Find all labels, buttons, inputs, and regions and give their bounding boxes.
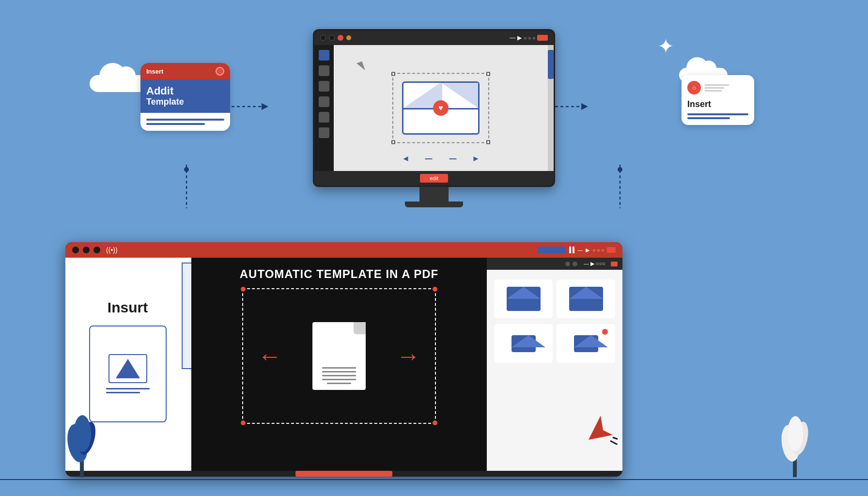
bottom-titlebar: ((•)) — ▶ ○ ○ ○ [65,242,622,258]
card-line-2 [146,123,205,125]
card-subtitle: Template [146,97,224,107]
bottom-window: ((•)) — ▶ ○ ○ ○ Insurt [65,242,622,477]
monitor-body: ♥ [314,45,554,171]
center-dot-bl [241,420,246,425]
svg-marker-8 [589,416,613,440]
right-panel-body [494,279,615,363]
handle-br [486,140,490,144]
right-red-btn [611,262,618,266]
envelope-1 [507,287,541,311]
monitor-cursor-icon [356,62,365,73]
insurt-inner-rect [108,354,147,383]
titlebar-red-rect [537,35,548,41]
scrollbar-thumb [548,50,554,79]
cursor-bird [584,411,618,447]
email-envelope: ♥ [402,81,480,135]
card-header: Insert [140,63,230,79]
document-icon [312,322,366,390]
titlebar-arrow: ▶ [517,34,522,41]
notification-dot [602,329,608,335]
insert-line-1 [687,113,748,115]
monitor-base [405,202,463,207]
bottom-scrollbar[interactable] [65,471,622,477]
env-arrow-right [474,156,479,161]
svg-line-10 [613,437,618,440]
bottom-bars [569,247,574,253]
bottom-tab[interactable] [537,247,566,253]
doc-arrow-left: ← [258,342,282,370]
email-thumb-1 [494,279,553,318]
monitor-stand [419,187,449,202]
heart-icon: ♥ [433,100,449,116]
sidebar-icon-user [319,112,329,123]
right-btn-2 [573,262,577,266]
doc-line-2 [322,371,356,372]
sidebar-icon-pencil [319,65,329,76]
bottom-dot-2 [83,247,90,253]
icon-line-3 [705,90,722,92]
titlebar-controls: ○ ○ ○ [524,35,535,41]
doc-line-1 [322,367,356,369]
bottom-dot-1 [72,247,79,253]
doc-line-3 [322,375,356,376]
titlebar-dot-2 [329,35,335,41]
sidebar-icon-grid [319,127,329,138]
bottom-right-panel: — ▶ ○○○ [487,258,622,471]
sidebar-icon-cursor [319,50,329,61]
insert-icon-circle: ○ [687,81,701,94]
insert-card-title: Insert [687,99,748,109]
svg-point-14 [74,415,91,452]
circle-ctrls: ○ ○ ○ [592,248,604,253]
email-thumb-4 [557,324,615,363]
card-line-1 [146,119,224,121]
envelope-4 [574,335,598,352]
email-bottom-row [494,324,615,363]
right-btn-1 [565,262,570,266]
center-dot-tl [241,287,246,292]
email-thumb-3 [494,324,553,363]
doc-arrow-right: → [396,342,420,370]
cursor-svg [584,411,618,445]
card-blue-section: Addit Template [140,79,230,113]
email-top-row [494,279,615,318]
ground-line [0,479,868,480]
svg-point-7 [618,167,622,172]
arrow-ctrl: ▶ [586,247,589,253]
plant-right [776,404,815,479]
email-thumb-2 [557,279,615,318]
card-header-text: Insert [146,68,163,75]
monitor-container: — ▶ ○ ○ ○ [313,29,555,207]
monitor-sidebar [314,45,334,171]
handle-bl [391,140,395,144]
plant-right-svg [776,404,815,477]
main-scene: ✦ Insert Addit Template — ▶ [0,0,868,496]
titlebar-minus: — [510,34,515,41]
monitor-scrollbar[interactable] [548,45,554,171]
bar-2 [573,247,574,253]
doc-line-4 [322,379,356,380]
titlebar-dot-1 [320,35,326,41]
env-arrow-left [403,156,408,161]
env-line-h-1 [425,158,433,159]
insert-card-icon-row: ○ [687,81,748,94]
titlebar-dot-orange [346,35,351,40]
wifi-icon: ((•)) [106,246,118,254]
sidebar-icon-shape [319,81,329,92]
monitor-canvas: ♥ [334,45,548,171]
icon-line-2 [705,87,724,89]
left-arrow-icon: ← [258,342,282,370]
env-line-h-2 [450,158,457,159]
minus-ctrl: — [577,247,583,253]
edit-button[interactable]: edit [420,174,448,183]
bottom-center-panel: AUTOMATIC TEMPLATE IN A PDF ← [191,258,487,471]
circle-icon: ○ [692,84,696,92]
card-lines [140,113,230,131]
monitor: — ▶ ○ ○ ○ [313,29,555,187]
insurt-line-1 [106,388,150,389]
env-arrows [403,156,479,161]
insurt-title: Insurt [108,299,148,316]
auto-template-title: AUTOMATIC TEMPLATE IN A PDF [240,267,439,281]
svg-point-18 [788,416,803,451]
right-controls-text: — ▶ ○○○ [584,261,605,267]
titlebar-dot-red [338,35,343,41]
